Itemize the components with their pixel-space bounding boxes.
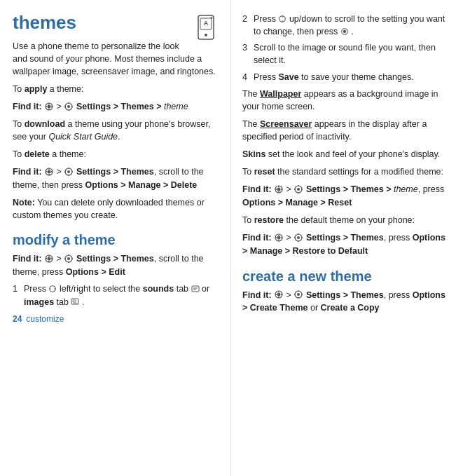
svg-rect-65: [294, 189, 296, 189]
page-number: 24: [13, 314, 22, 324]
svg-rect-63: [298, 185, 299, 186]
svg-rect-40: [71, 258, 73, 259]
restore-label: To restore the default theme on your pho…: [242, 214, 452, 226]
images-tab-icon: [71, 297, 79, 306]
svg-marker-49: [73, 301, 78, 304]
apply-label: To apply a theme:: [13, 83, 219, 95]
find-it-create: Find it: > Settings > Themes, press Opti…: [242, 289, 452, 315]
settings-icon-2: [64, 167, 74, 177]
svg-point-18: [48, 170, 51, 173]
svg-point-12: [67, 105, 70, 108]
settings-icon-4: [293, 184, 303, 194]
find-it-delete: Find it: > Settings > Themes, scroll to …: [13, 165, 219, 192]
svg-rect-64: [298, 192, 299, 193]
settings-icon-6: [293, 290, 303, 299]
svg-rect-87: [298, 290, 299, 292]
center-btn-icon: [340, 27, 349, 36]
svg-rect-77: [294, 237, 296, 238]
svg-rect-88: [298, 297, 299, 299]
delete-label: To delete a theme:: [13, 148, 219, 161]
intro-text: Use a phone theme to personalize the loo…: [13, 40, 219, 78]
right-column: 2 Press up/down to scroll to the setting…: [231, 0, 463, 476]
step-3: 3 Scroll to the image or sound file you …: [242, 41, 452, 67]
settings-icon: [64, 102, 74, 111]
svg-rect-15: [64, 106, 66, 107]
svg-point-24: [67, 170, 70, 173]
reset-label: To reset the standard settings for a mod…: [242, 165, 452, 178]
apply-bold: apply: [25, 84, 48, 94]
center-nav-icon-2: [44, 167, 54, 177]
find-it-reset: Find it: > Settings > Themes > theme, pr…: [242, 183, 452, 210]
svg-point-36: [67, 257, 70, 260]
step-1: 1 Press left/right to select the sounds …: [13, 283, 219, 308]
svg-rect-44: [192, 286, 199, 292]
screensaver-text: The Screensaver appears in the display a…: [242, 118, 452, 143]
svg-rect-27: [64, 171, 66, 172]
find-it-apply: Find it: > Settings > Themes > theme: [13, 100, 219, 114]
phone-icon: A ✦: [193, 14, 219, 43]
page-title: themes: [13, 13, 219, 33]
bottom-bar: 24 customize: [13, 314, 219, 324]
svg-point-62: [297, 188, 300, 191]
center-nav-icon-6: [274, 290, 284, 299]
center-nav-icon-4: [274, 184, 284, 194]
dpad-lr-icon: [48, 285, 57, 293]
svg-rect-38: [69, 261, 69, 263]
svg-point-6: [48, 104, 51, 108]
svg-text:✦: ✦: [209, 15, 214, 20]
svg-rect-28: [71, 171, 73, 172]
center-nav-icon: [44, 102, 54, 111]
center-nav-icon-3: [44, 254, 54, 264]
svg-rect-76: [298, 240, 299, 242]
svg-rect-90: [301, 294, 303, 295]
svg-rect-75: [298, 233, 299, 235]
svg-rect-14: [69, 109, 69, 111]
modify-theme-title: modify a theme: [13, 231, 219, 248]
svg-point-80: [277, 293, 281, 297]
download-text: To download a theme using your phone's b…: [13, 118, 219, 143]
step-4: 4 Press Save to save your theme changes.: [242, 71, 452, 83]
svg-rect-89: [294, 294, 296, 295]
find-it-restore: Find it: > Settings > Themes, press Opti…: [242, 231, 452, 258]
svg-rect-13: [69, 102, 69, 104]
step-list-right: 2 Press up/down to scroll to the setting…: [242, 13, 452, 83]
svg-rect-66: [301, 189, 303, 189]
note-text: Note: You can delete only downloaded the…: [13, 196, 219, 222]
center-nav-icon-5: [274, 233, 284, 243]
svg-rect-16: [71, 106, 73, 107]
svg-rect-39: [64, 258, 66, 259]
create-theme-title: create a new theme: [242, 268, 452, 285]
svg-point-74: [297, 236, 300, 239]
skins-text: Skins set the look and feel of your phon…: [242, 148, 452, 161]
svg-point-54: [343, 30, 346, 33]
left-column: A ✦ themes Use a phone theme to personal…: [0, 0, 231, 476]
svg-text:A: A: [204, 20, 209, 27]
svg-point-68: [277, 236, 281, 239]
svg-rect-26: [69, 175, 69, 176]
svg-rect-37: [69, 254, 69, 256]
sounds-tab-icon: [191, 285, 200, 293]
step-list: 1 Press left/right to select the sounds …: [13, 283, 219, 308]
svg-point-56: [277, 188, 281, 191]
wallpaper-text: The Wallpaper appears as a background im…: [242, 88, 452, 113]
step-2: 2 Press up/down to scroll to the setting…: [242, 13, 452, 38]
settings-icon-5: [293, 233, 303, 243]
customize-label: customize: [26, 314, 64, 324]
find-it-modify: Find it: > Settings > Themes, scroll to …: [13, 252, 219, 279]
svg-rect-78: [301, 237, 303, 238]
svg-point-30: [48, 257, 51, 260]
svg-point-86: [297, 293, 300, 296]
svg-rect-25: [69, 168, 69, 169]
settings-icon-3: [64, 254, 74, 264]
dpad-ud-icon: [278, 15, 286, 23]
svg-point-2: [205, 34, 207, 36]
